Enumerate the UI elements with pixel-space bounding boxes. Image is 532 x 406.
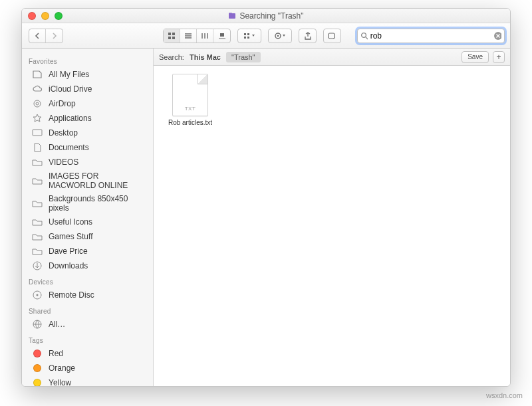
sidebar-item-all-shared[interactable]: All…: [22, 317, 153, 332]
svg-rect-4: [168, 37, 171, 39]
sidebar-item-label: Backgrounds 850x450 pixels: [49, 194, 146, 213]
documents-icon: [31, 142, 43, 153]
all-my-files-icon: [31, 69, 43, 80]
close-button[interactable]: [28, 12, 36, 20]
sidebar-item-label: Games Stuff: [49, 232, 92, 241]
tag-dot-icon: [33, 364, 41, 372]
sidebar-item-label: Desktop: [49, 128, 78, 138]
sidebar-item-label: Orange: [49, 363, 75, 373]
icloud-icon: [31, 84, 43, 94]
sidebar-item-label: Documents: [49, 143, 89, 152]
svg-point-16: [36, 102, 39, 105]
view-list-button[interactable]: [180, 29, 197, 43]
sidebar-item-games-stuff[interactable]: Games Stuff: [22, 229, 153, 244]
file-item[interactable]: TXT Rob articles.txt: [163, 74, 217, 126]
sidebar-item-remote-disc[interactable]: Remote Disc: [22, 288, 153, 302]
share-button-group: [299, 29, 317, 43]
sidebar-item-dave-price[interactable]: Dave Price: [22, 244, 153, 258]
search-label: Search:: [159, 53, 184, 61]
airdrop-icon: [31, 98, 43, 109]
sidebar-item-useful-icons[interactable]: Useful Icons: [22, 215, 153, 229]
sidebar-item-label: Dave Price: [49, 247, 88, 256]
sidebar-item-documents[interactable]: Documents: [22, 140, 153, 155]
forward-button[interactable]: [46, 29, 63, 43]
sidebar-item-desktop[interactable]: Desktop: [22, 126, 153, 140]
sidebar-item-label: Remote Disc: [49, 290, 94, 300]
clear-search-icon[interactable]: [493, 31, 501, 41]
svg-rect-8: [244, 37, 246, 39]
titlebar: Searching "Trash": [22, 9, 510, 23]
watermark: wsxdn.com: [486, 391, 523, 399]
folder-icon: [31, 246, 43, 256]
sidebar-tag-yellow[interactable]: Yellow: [22, 375, 153, 386]
search-scope-bar: Search: This Mac "Trash" Save +: [154, 49, 510, 66]
zoom-button[interactable]: [55, 12, 63, 20]
svg-rect-6: [220, 33, 224, 37]
arrange-button[interactable]: [238, 29, 261, 43]
sidebar-tag-red[interactable]: Red: [22, 346, 153, 361]
action-button-group: [268, 29, 292, 43]
sidebar-item-downloads[interactable]: Downloads: [22, 258, 153, 273]
sidebar-item-label: Applications: [49, 114, 92, 123]
svg-rect-0: [229, 13, 235, 19]
scope-this-mac[interactable]: This Mac: [190, 53, 221, 61]
svg-rect-10: [247, 37, 249, 39]
sidebar-tag-orange[interactable]: Orange: [22, 361, 153, 375]
search-field[interactable]: [357, 29, 505, 43]
sidebar-item-icloud[interactable]: iCloud Drive: [22, 82, 153, 96]
sidebar-item-backgrounds[interactable]: Backgrounds 850x450 pixels: [22, 192, 153, 215]
view-coverflow-button[interactable]: [213, 29, 230, 43]
sidebar-item-label: All My Files: [49, 70, 89, 79]
window-title: Searching "Trash": [22, 11, 510, 21]
sidebar-item-label: Useful Icons: [49, 217, 92, 227]
action-button[interactable]: [269, 29, 291, 43]
view-switcher: [163, 29, 231, 43]
svg-point-14: [362, 33, 366, 37]
file-grid[interactable]: TXT Rob articles.txt: [154, 66, 510, 386]
favorites-header: Favorites: [22, 52, 153, 67]
applications-icon: [31, 113, 43, 124]
svg-rect-9: [247, 33, 249, 35]
folder-icon: [31, 231, 43, 242]
view-columns-button[interactable]: [197, 29, 213, 43]
sidebar: Favorites All My Files iCloud Drive AirD…: [22, 49, 154, 386]
svg-rect-5: [172, 37, 175, 39]
svg-rect-13: [329, 33, 334, 39]
devices-header: Devices: [22, 273, 153, 288]
sidebar-item-airdrop[interactable]: AirDrop: [22, 96, 153, 111]
add-criteria-button[interactable]: +: [493, 51, 505, 63]
nav-buttons: [29, 29, 63, 43]
sidebar-item-images-macworld[interactable]: IMAGES FOR MACWORLD ONLINE: [22, 169, 153, 192]
sidebar-item-all-my-files[interactable]: All My Files: [22, 67, 153, 82]
svg-rect-18: [33, 130, 42, 136]
scope-trash[interactable]: "Trash": [226, 52, 261, 62]
svg-rect-7: [244, 33, 246, 35]
tags-button[interactable]: [324, 29, 340, 43]
sidebar-item-label: Red: [49, 349, 63, 358]
save-search-button[interactable]: Save: [462, 51, 489, 63]
sidebar-item-label: All…: [49, 320, 65, 329]
sidebar-item-videos[interactable]: VIDEOS: [22, 155, 153, 169]
sidebar-item-applications[interactable]: Applications: [22, 111, 153, 126]
minimize-button[interactable]: [41, 12, 49, 20]
back-button[interactable]: [29, 29, 46, 43]
network-icon: [31, 319, 43, 330]
window-body: Favorites All My Files iCloud Drive AirD…: [22, 49, 510, 386]
arrange-button-group: [237, 29, 261, 43]
search-icon: [360, 32, 368, 40]
share-button[interactable]: [299, 29, 316, 43]
toolbar: [22, 23, 510, 49]
svg-point-12: [277, 35, 279, 37]
tags-header: Tags: [22, 332, 153, 346]
search-folder-icon: [228, 12, 236, 20]
sidebar-item-label: AirDrop: [49, 99, 76, 108]
svg-point-17: [34, 100, 41, 107]
folder-icon: [31, 157, 43, 167]
folder-icon: [31, 198, 43, 209]
downloads-icon: [31, 260, 43, 271]
sidebar-item-label: IMAGES FOR MACWORLD ONLINE: [49, 171, 146, 190]
svg-rect-1: [229, 13, 232, 14]
svg-point-21: [37, 294, 39, 296]
search-input[interactable]: [368, 31, 493, 41]
view-icons-button[interactable]: [164, 29, 180, 43]
